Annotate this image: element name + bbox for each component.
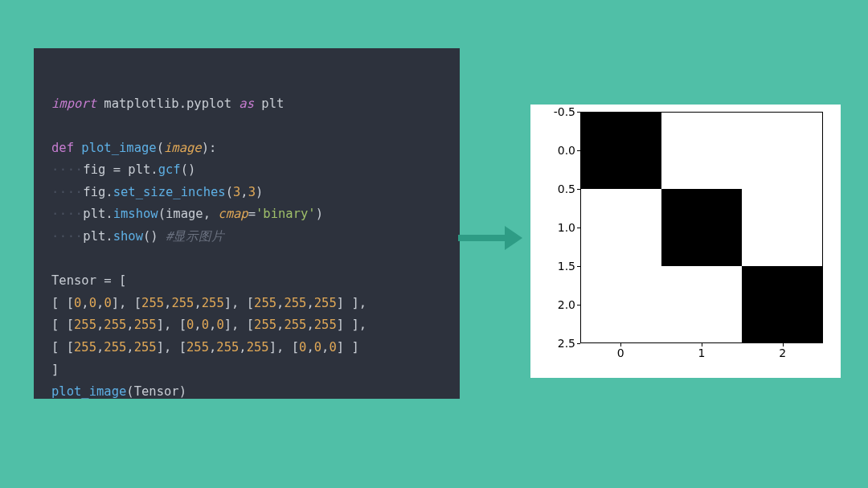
heatmap-cell (661, 189, 742, 265)
keyword-def: def (51, 141, 74, 155)
code-editor: import matplotlib.pyplot as plt def plot… (34, 48, 460, 399)
heatmap-cell (581, 189, 661, 265)
heatmap-cell (581, 266, 661, 342)
x-tick-label: 1 (698, 347, 706, 359)
matplotlib-plot: -0.50.00.51.01.52.02.5 012 (530, 105, 841, 378)
heatmap-cell (742, 189, 822, 265)
y-tick-label: 1.0 (530, 222, 575, 233)
heatmap-cell (581, 113, 661, 189)
x-tick-label: 0 (617, 347, 624, 359)
y-tick-label: 2.5 (530, 338, 575, 349)
heatmap-cell (742, 113, 822, 189)
heatmap-cell (661, 266, 742, 342)
heatmap-cell (742, 266, 822, 342)
heatmap-grid (580, 112, 823, 343)
y-tick-label: 1.5 (530, 260, 575, 272)
x-tick-label: 2 (779, 347, 786, 359)
heatmap-cell (661, 113, 742, 189)
y-tick-label: 0.0 (530, 145, 575, 156)
keyword-import: import (51, 96, 96, 111)
y-tick-label: -0.5 (530, 106, 575, 117)
y-tick-label: 2.0 (530, 299, 575, 310)
y-tick-label: 0.5 (530, 183, 575, 195)
arrow-right-icon (458, 226, 522, 250)
